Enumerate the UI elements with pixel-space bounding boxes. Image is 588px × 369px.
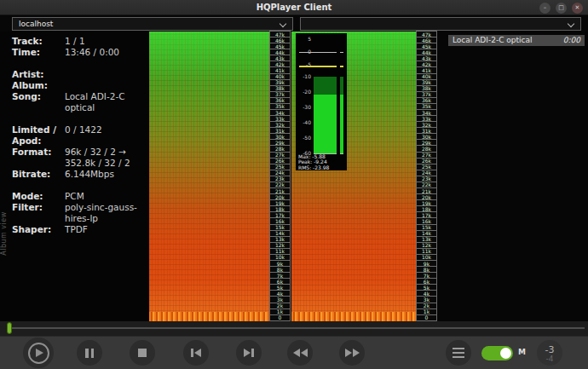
titlebar: HQPlayer Client – □ ✕ [0,0,588,15]
play-ring [28,343,49,364]
meter-scale-label: -10 [296,74,311,79]
minimize-button[interactable]: – [539,3,551,14]
seek-track[interactable] [8,327,585,329]
pause-icon [85,349,94,358]
toggle-knob [500,348,511,359]
level-meter-right: 50-5-10-20-30-40-50-60 Max: -5.88 Peak: … [296,33,340,170]
meter-zero-line [299,52,337,53]
info-value: 0 / 1422 [65,124,148,147]
info-label: Format: [12,147,65,169]
chevron-down-icon [280,20,286,27]
seek-slider[interactable] [0,321,588,336]
volume-value: -3 [537,345,562,355]
info-row: Song:Local ADI-2-C optical [12,91,148,113]
info-value [65,69,148,80]
stop-icon [138,349,147,357]
info-value: TPDF [65,224,148,235]
info-value: Local ADI-2-C optical [65,91,148,113]
hamburger-menu-icon [453,348,464,358]
output-select[interactable] [300,17,581,31]
info-row: Bitrate:6.144Mbps [12,169,148,180]
meter-rms: RMS: -23.98 [298,165,329,170]
close-icon: ✕ [575,4,580,11]
next-track-button[interactable] [236,340,262,366]
window-title: HQPlayer Client [0,0,588,15]
info-label: Track: [12,36,65,47]
info-label: Mode: [12,191,65,202]
transport-bar: M -3 -4 [0,336,588,369]
toolbar: localhost [0,16,588,32]
meter-scale-label: 5 [296,37,311,42]
info-label: Shaper: [12,224,65,235]
info-value [65,80,148,91]
meter-bar-level [314,95,337,153]
frequency-scale-left: 47k46k45k44k43k42k41k40k39k38k37k36k35k3… [269,32,291,321]
info-row: Limited / Apod:0 / 1422 [12,124,148,147]
album-view-tab[interactable]: Album view [0,198,9,269]
info-label: Bitrate: [12,169,65,180]
playlist-item-duration: 0:00 [563,35,580,46]
playlist-item-name: Local ADI-2-C optical [453,35,533,46]
spectrogram-left-channel [149,32,269,321]
info-label: Song: [12,91,65,113]
meter-peak-hold-line [299,66,337,67]
chevron-down-icon [568,20,574,27]
info-row: Album: [12,80,148,91]
info-label: Filter: [12,202,65,224]
menu-button[interactable] [446,340,471,366]
fast-forward-button[interactable] [339,340,365,366]
fast-forward-icon [345,349,360,357]
window-controls: – □ ✕ [539,3,583,14]
playlist-item[interactable]: Local ADI-2-C optical 0:00 [448,35,585,46]
info-row: Shaper:TPDF [12,224,148,235]
main-area: Album view Track:1 / 1Time:13:46 / 0:00A… [0,32,588,321]
info-value: 6.144Mbps [65,169,148,180]
track-info-panel: Track:1 / 1Time:13:46 / 0:00Artist:Album… [12,36,148,235]
maximize-icon: □ [558,4,564,11]
info-label: Time: [12,47,65,58]
meter-scale-label: -50 [296,135,311,141]
info-label: Limited / Apod: [12,124,65,147]
pause-button[interactable] [77,340,102,366]
volume-dial[interactable]: -3 -4 [537,340,562,366]
skip-next-icon [244,349,254,357]
info-label: Album: [12,80,65,91]
backend-select[interactable]: localhost [12,17,293,31]
info-value: 13:46 / 0:00 [65,47,148,58]
mute-toggle[interactable] [481,346,513,360]
info-value: 1 / 1 [65,36,148,47]
freq-tick-label: 0 [269,314,291,321]
info-row: Time:13:46 / 0:00 [12,47,148,58]
seek-handle[interactable] [7,322,12,334]
info-row: Mode:PCM [12,191,148,202]
mute-toggle-label: M [518,348,526,356]
frequency-scale-right: 47k46k45k44k43k42k41k40k39k38k37k36k35k3… [416,32,437,321]
backend-select-value: localhost [19,20,53,28]
volume-next-value: -4 [537,355,562,363]
meter-scale-label: -30 [296,105,311,110]
skip-previous-icon [191,349,201,357]
rewind-button[interactable] [287,340,313,366]
play-button[interactable] [23,337,54,368]
maximize-button[interactable]: □ [556,3,567,14]
previous-track-button[interactable] [183,340,209,366]
info-value: poly-sinc-gauss-hires-lp [65,202,148,224]
minimize-icon: – [544,4,547,11]
spectrogram-display: 50-5-10-20-30-40-50-60 Max: -5.80 Peak: … [149,32,437,321]
info-value: 96k / 32 / 2 → 352.8k / 32 / 2 [65,147,148,169]
stop-button[interactable] [130,340,155,366]
rewind-icon [293,349,308,357]
meter-bar-decay [314,77,337,95]
play-icon [36,349,43,357]
freq-tick-label: 0 [416,314,437,321]
meter-scale-label: -40 [296,120,311,125]
info-label: Artist: [12,69,65,80]
info-row: Filter:poly-sinc-gauss-hires-lp [12,202,148,224]
meter-scale-label: -20 [296,89,311,95]
meter-readout: Max: -5.88 Peak: -9.24 RMS: -23.98 [298,154,329,170]
info-row: Track:1 / 1 [12,36,148,47]
close-button[interactable]: ✕ [572,3,583,14]
playlist-panel: Local ADI-2-C optical 0:00 [438,32,588,321]
info-row: Artist: [12,69,148,80]
info-value: PCM [65,191,148,202]
